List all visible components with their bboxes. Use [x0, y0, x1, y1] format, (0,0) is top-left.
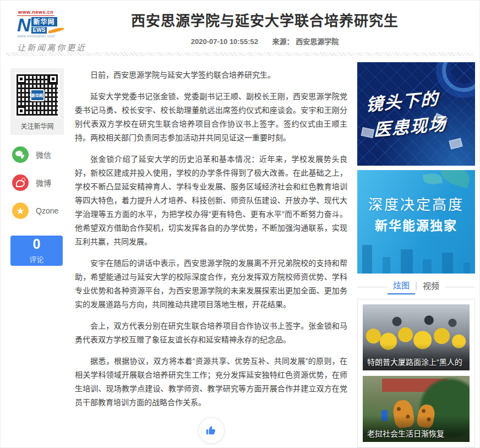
- publish-date: 2020-07-10 10:55:52: [191, 37, 258, 46]
- photo-caption: 特朗普大厦路面涂上“黑人的: [363, 344, 470, 370]
- qzone-star-icon: ★: [12, 203, 29, 219]
- leaf-decor-icon: [423, 172, 443, 186]
- source-name: 西安思源学院: [296, 37, 339, 46]
- logo-cn-text: 新华网: [31, 17, 57, 26]
- logo-mark: N 新华网 EWS: [17, 17, 94, 34]
- share-wechat[interactable]: 微信: [10, 146, 64, 163]
- thumb-up-icon: [205, 424, 217, 436]
- qr-caption: 关注新华网: [15, 117, 59, 132]
- tab-videos[interactable]: 视频: [417, 280, 445, 294]
- article-paragraph: 会上，双方代表分别在研究生联合培养项目合作协议书上签字。张金锁和马勇代表双方学校…: [75, 319, 347, 347]
- photo-item-laos[interactable]: 老挝社会生活日渐恢复: [363, 376, 470, 442]
- logo-url-bottom: www.xinhuanet.com: [17, 34, 94, 38]
- banner2-line2: 新华能源独家: [357, 215, 475, 234]
- header: www.news.cn N 新华网 EWS www.xinhuanet.com …: [1, 1, 479, 49]
- media-tabs: 炫图 | 视频: [357, 279, 475, 294]
- qr-card: 新华网 关注新华网: [10, 68, 64, 135]
- logo-ews-text: EWS: [31, 27, 47, 34]
- tab-photos[interactable]: 炫图: [388, 279, 415, 294]
- skyline-decor: [357, 242, 475, 274]
- qr-finder-icon: [17, 74, 26, 84]
- qr-finder-icon: [17, 106, 26, 116]
- wechat-icon: [12, 146, 29, 163]
- like-button[interactable]: [198, 417, 225, 444]
- article-paragraph: 安宇在随后的讲话中表示，西安思源学院的发展离不开兄弟院校的支持和帮助，希望能通过…: [75, 256, 347, 312]
- qr-code: 新华网: [15, 73, 59, 117]
- banner2-line1: 深度决定高度: [357, 193, 475, 214]
- article-paragraph: 延安大学党委书记张金锁、党委副书记王顺、副校长王刚，西安思源学院党委书记马勇、校…: [75, 90, 347, 145]
- weibo-icon: [12, 174, 29, 191]
- ad-banner-yihuan[interactable]: 镜头下的 医患现场: [357, 62, 475, 166]
- hatched-divider: [6, 52, 474, 56]
- leaf-decor-icon: [438, 170, 473, 189]
- page: www.news.cn N 新华网 EWS www.xinhuanet.com …: [0, 0, 480, 448]
- photo-item-trump-tower[interactable]: 特朗普大厦路面涂上“黑人的: [363, 304, 470, 370]
- tab-line: [357, 287, 388, 287]
- share-label-weibo: 微博: [36, 177, 51, 188]
- banner1-text: 镜头下的 医患现场: [366, 84, 446, 142]
- share-label-qzone: Qzone: [36, 206, 58, 215]
- ad-banner-energy[interactable]: 深度决定高度 新华能源独家: [357, 170, 475, 274]
- share-weibo[interactable]: 微博: [10, 174, 64, 191]
- source-label: 来源：: [272, 37, 294, 46]
- article-paragraph: 据悉，根据协议，双方将本着“资源共享、优势互补、共同发展”的原则，在相关学科领域…: [75, 354, 347, 409]
- article-body: 日前，西安思源学院与延安大学签约联合培养研究生。 延安大学党委书记张金锁、党委副…: [75, 56, 347, 448]
- logo-swoosh-icon: [48, 26, 65, 34]
- logo-letter-n: N: [17, 17, 31, 33]
- share-label-wechat: 微信: [36, 149, 51, 160]
- comment-button[interactable]: 0 评论: [10, 236, 63, 266]
- share-qzone[interactable]: ★ Qzone: [10, 203, 64, 219]
- comment-label: 评论: [29, 254, 43, 264]
- logo-slogan: 让新闻离你更近: [17, 41, 94, 53]
- comment-count: 0: [33, 237, 41, 251]
- right-rail: 镜头下的 医患现场 深度决定高度 新华能源独家 炫图 | 视频: [357, 56, 475, 447]
- article-paragraph: 日前，西安思源学院与延安大学签约联合培养研究生。: [75, 68, 347, 82]
- photo-card-list: 特朗普大厦路面涂上“黑人的 老挝社会生活日渐恢复: [357, 299, 475, 447]
- photo-caption: 老挝社会生活日渐恢复: [363, 416, 470, 442]
- article-paragraph: 张金锁介绍了延安大学的历史沿革和基本情况：近年来，学校发展势头良好，新校区建成并…: [75, 152, 347, 249]
- share-rail: 新华网 关注新华网 微信 微博 ★ Qzone 0 评论: [10, 56, 64, 266]
- tab-line: [445, 287, 475, 287]
- article-meta: 2020-07-10 10:55:52 来源： 西安思源学院: [50, 36, 479, 46]
- page-title: 西安思源学院与延安大学联合培养研究生: [50, 1, 479, 30]
- xinhuanet-logo[interactable]: www.news.cn N 新华网 EWS www.xinhuanet.com …: [17, 6, 94, 53]
- qr-finder-icon: [48, 74, 58, 84]
- qr-center-logo: 新华网: [30, 89, 45, 101]
